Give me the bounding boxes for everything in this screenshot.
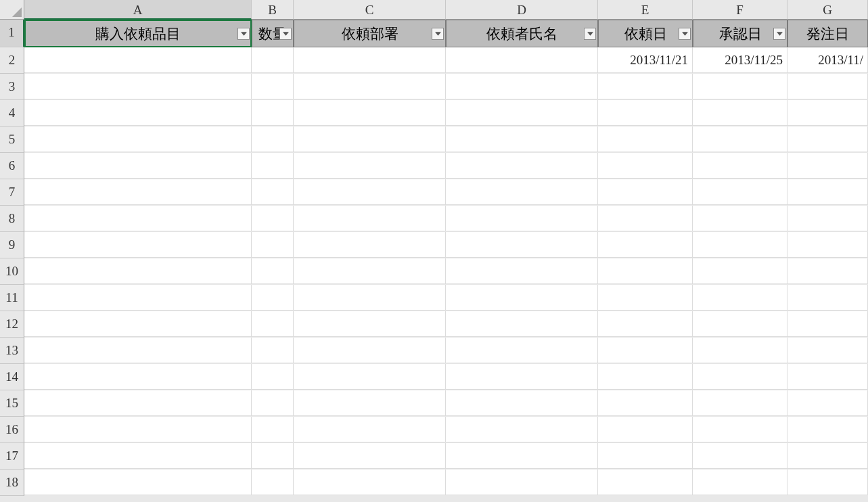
row-header-9[interactable]: 9 (0, 232, 24, 258)
cell-b7[interactable] (252, 179, 294, 205)
cell-d6[interactable] (446, 153, 598, 179)
row-header-11[interactable]: 11 (0, 285, 24, 311)
cell-f2[interactable]: 2013/11/25 (693, 47, 787, 73)
cell-b12[interactable] (252, 311, 294, 337)
cell-b13[interactable] (252, 338, 294, 363)
cell-e1[interactable]: 依頼日 (598, 20, 693, 47)
cell-c18[interactable] (294, 470, 446, 495)
cell-e15[interactable] (598, 390, 693, 416)
cell-d4[interactable] (446, 100, 598, 126)
cell-a6[interactable] (24, 153, 252, 179)
cell-d10[interactable] (446, 258, 598, 284)
cell-a10[interactable] (24, 258, 252, 284)
filter-dropdown-f[interactable] (773, 28, 785, 40)
cell-f14[interactable] (693, 364, 787, 390)
row-header-3[interactable]: 3 (0, 74, 24, 100)
row-header-15[interactable]: 15 (0, 390, 24, 417)
cell-d12[interactable] (446, 311, 598, 337)
cell-c12[interactable] (294, 311, 446, 337)
row-header-12[interactable]: 12 (0, 311, 24, 338)
cell-g7[interactable] (787, 179, 868, 205)
cell-a12[interactable] (24, 311, 252, 337)
cell-c16[interactable] (294, 417, 446, 442)
cell-f18[interactable] (693, 470, 787, 495)
cell-b11[interactable] (252, 285, 294, 311)
filter-dropdown-d[interactable] (584, 28, 596, 40)
row-header-17[interactable]: 17 (0, 443, 24, 470)
cell-g10[interactable] (787, 258, 868, 284)
cell-d11[interactable] (446, 285, 598, 311)
cell-g5[interactable] (787, 127, 868, 152)
row-header-18[interactable]: 18 (0, 470, 24, 496)
cell-c9[interactable] (294, 232, 446, 258)
filter-dropdown-a[interactable] (237, 28, 250, 40)
cell-a18[interactable] (24, 470, 252, 495)
cell-f8[interactable] (693, 206, 787, 231)
column-header-f[interactable]: F (693, 0, 787, 20)
cell-f7[interactable] (693, 179, 787, 205)
cell-g18[interactable] (787, 470, 868, 495)
cell-b17[interactable] (252, 443, 294, 469)
cell-b3[interactable] (252, 74, 294, 99)
cell-e18[interactable] (598, 470, 693, 495)
cell-e11[interactable] (598, 285, 693, 311)
cell-c7[interactable] (294, 179, 446, 205)
cell-e4[interactable] (598, 100, 693, 126)
cell-a7[interactable] (24, 179, 252, 205)
cell-f5[interactable] (693, 127, 787, 152)
cell-d18[interactable] (446, 470, 598, 495)
cell-a5[interactable] (24, 127, 252, 152)
column-header-e[interactable]: E (598, 0, 693, 20)
cell-d3[interactable] (446, 74, 598, 99)
cell-g16[interactable] (787, 417, 868, 442)
cell-g3[interactable] (787, 74, 868, 99)
cell-b8[interactable] (252, 206, 294, 231)
cell-b5[interactable] (252, 127, 294, 152)
filter-dropdown-e[interactable] (679, 28, 691, 40)
cell-a14[interactable] (24, 364, 252, 390)
cell-g9[interactable] (787, 232, 868, 258)
cell-e12[interactable] (598, 311, 693, 337)
cell-a8[interactable] (24, 206, 252, 231)
filter-dropdown-c[interactable] (432, 28, 444, 40)
cell-f4[interactable] (693, 100, 787, 126)
cell-g14[interactable] (787, 364, 868, 390)
cell-c3[interactable] (294, 74, 446, 99)
cell-b9[interactable] (252, 232, 294, 258)
cell-d16[interactable] (446, 417, 598, 442)
cell-g6[interactable] (787, 153, 868, 179)
cell-c1[interactable]: 依頼部署 (294, 20, 446, 47)
cell-a15[interactable] (24, 390, 252, 416)
cell-b4[interactable] (252, 100, 294, 126)
cell-f13[interactable] (693, 338, 787, 363)
cell-b6[interactable] (252, 153, 294, 179)
cell-f16[interactable] (693, 417, 787, 442)
cell-a16[interactable] (24, 417, 252, 442)
cell-e10[interactable] (598, 258, 693, 284)
cell-b14[interactable] (252, 364, 294, 390)
cell-g8[interactable] (787, 206, 868, 231)
cell-d15[interactable] (446, 390, 598, 416)
cell-e16[interactable] (598, 417, 693, 442)
cell-f15[interactable] (693, 390, 787, 416)
cell-d17[interactable] (446, 443, 598, 469)
row-header-6[interactable]: 6 (0, 153, 24, 179)
cell-c15[interactable] (294, 390, 446, 416)
cell-e7[interactable] (598, 179, 693, 205)
cell-c10[interactable] (294, 258, 446, 284)
cell-a4[interactable] (24, 100, 252, 126)
row-header-7[interactable]: 7 (0, 179, 24, 206)
cell-a9[interactable] (24, 232, 252, 258)
cell-f6[interactable] (693, 153, 787, 179)
cell-f10[interactable] (693, 258, 787, 284)
cell-f12[interactable] (693, 311, 787, 337)
row-header-8[interactable]: 8 (0, 206, 24, 232)
cell-g12[interactable] (787, 311, 868, 337)
cell-g13[interactable] (787, 338, 868, 363)
cell-c17[interactable] (294, 443, 446, 469)
cell-a17[interactable] (24, 443, 252, 469)
cell-a3[interactable] (24, 74, 252, 99)
cell-c5[interactable] (294, 127, 446, 152)
cell-f17[interactable] (693, 443, 787, 469)
cell-f3[interactable] (693, 74, 787, 99)
